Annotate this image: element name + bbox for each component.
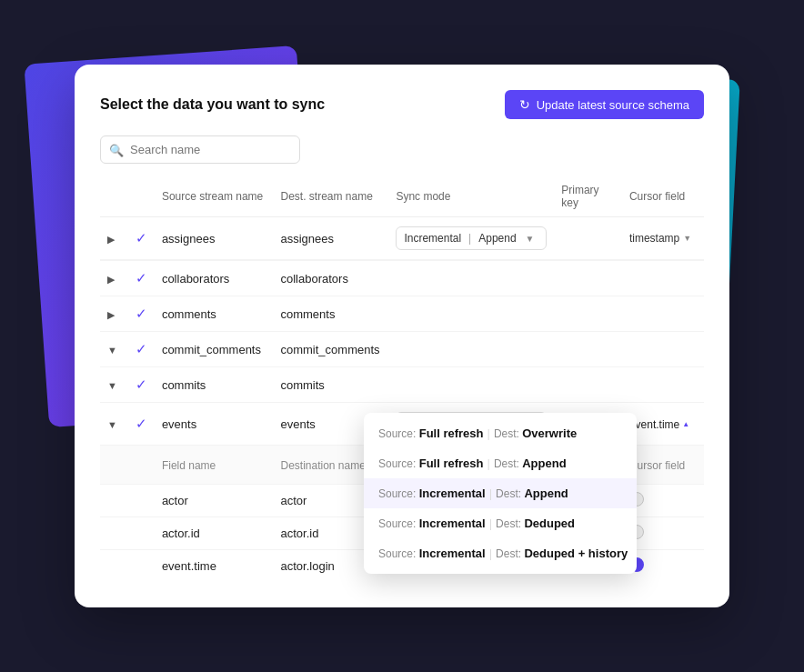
field-name-cell: event.time xyxy=(155,550,274,583)
field-col-name: Field name xyxy=(155,446,274,485)
source-name-cell: events xyxy=(155,403,274,446)
page-title: Select the data you want to sync xyxy=(100,96,325,113)
sort-up-icon: ▲ xyxy=(682,420,689,428)
row-chevron-cell[interactable]: ▶ xyxy=(100,296,128,332)
row-chevron-cell[interactable]: ▶ xyxy=(100,217,128,260)
streams-table: Source stream name Dest. stream name Syn… xyxy=(100,178,704,582)
col-check xyxy=(128,178,155,217)
header-row: Select the data you want to sync ↻ Updat… xyxy=(100,90,704,119)
cursor-field-cell xyxy=(622,261,704,296)
dropdown-item[interactable]: Source: Incremental|Dest: Append xyxy=(364,478,637,508)
row-chevron-cell[interactable]: ▼ xyxy=(100,332,128,367)
col-dest-header: Dest. stream name xyxy=(273,178,388,217)
source-name-cell: assignees xyxy=(155,217,274,260)
chevron-right-icon: ▶ xyxy=(107,309,115,320)
primary-key-cell xyxy=(554,367,622,403)
primary-key-cell xyxy=(554,296,622,332)
chevron-down-icon: ▼ xyxy=(107,380,117,391)
row-chevron-cell[interactable]: ▼ xyxy=(100,367,128,403)
check-icon: ✓ xyxy=(136,230,147,246)
table-row: ▶ ✓ assignees assignees Incremental | Ap… xyxy=(100,217,704,260)
cursor-field-cell: timestamp ▼ xyxy=(622,217,704,260)
sync-mode-dropdown[interactable]: Incremental | Append ▼ xyxy=(396,226,547,250)
main-card: Select the data you want to sync ↻ Updat… xyxy=(75,65,729,607)
cursor-field-cell xyxy=(622,296,704,332)
col-primary-header: Primary key xyxy=(554,178,622,217)
table-row: ▼ ✓ commit_comments commit_comments xyxy=(100,332,704,367)
primary-key-cell xyxy=(554,332,622,367)
dest-name-cell: commit_comments xyxy=(273,332,388,367)
row-chevron-cell[interactable]: ▶ xyxy=(100,261,128,296)
check-icon: ✓ xyxy=(136,416,147,431)
row-chevron-cell[interactable]: ▼ xyxy=(100,403,128,446)
dest-name-cell: assignees xyxy=(273,217,388,260)
row-check-cell[interactable]: ✓ xyxy=(128,261,155,296)
table-container: Source stream name Dest. stream name Syn… xyxy=(100,178,704,582)
chevron-down-icon: ▼ xyxy=(107,419,117,430)
dropdown-item[interactable]: Source: Incremental|Dest: Deduped xyxy=(364,508,637,538)
table-row: ▼ ✓ commits commits xyxy=(100,367,704,403)
dest-name-cell: comments xyxy=(273,296,388,332)
sync-mode-cell xyxy=(388,332,554,367)
row-check-cell[interactable]: ✓ xyxy=(128,296,155,332)
dest-name-cell: commits xyxy=(273,367,388,403)
col-expand xyxy=(100,178,128,217)
refresh-icon: ↻ xyxy=(519,97,530,112)
table-header-row: Source stream name Dest. stream name Syn… xyxy=(100,178,704,217)
chevron-right-icon: ▶ xyxy=(107,234,115,245)
primary-key-cell xyxy=(554,261,622,296)
dropdown-arrow-icon: ▼ xyxy=(526,234,535,244)
check-icon: ✓ xyxy=(136,376,147,392)
dest-name-cell: collaborators xyxy=(273,261,388,296)
col-source-header: Source stream name xyxy=(155,178,274,217)
search-container: 🔍 xyxy=(100,135,704,164)
cursor-field-cell xyxy=(622,332,704,367)
col-sync-header: Sync mode xyxy=(388,178,554,217)
sort-icon: ▼ xyxy=(683,234,691,243)
sync-mode-cell[interactable]: Incremental | Append ▼ xyxy=(388,217,554,260)
source-name-cell: commits xyxy=(155,367,274,403)
chevron-right-icon: ▶ xyxy=(107,274,115,285)
search-icon: 🔍 xyxy=(109,143,124,156)
source-name-cell: collaborators xyxy=(155,261,274,296)
field-name-cell: actor.id xyxy=(155,517,274,550)
dropdown-row: Source: Full refresh|Dest: Overwrite Sou… xyxy=(100,260,704,261)
sync-mode-cell xyxy=(388,367,554,403)
row-check-cell[interactable]: ✓ xyxy=(128,217,155,260)
field-name-cell: actor xyxy=(155,485,274,517)
cursor-field-cell xyxy=(622,367,704,403)
row-check-cell[interactable]: ✓ xyxy=(128,367,155,403)
check-icon: ✓ xyxy=(136,270,147,286)
row-check-cell[interactable]: ✓ xyxy=(128,403,155,446)
table-row: ▶ ✓ collaborators collaborators xyxy=(100,261,704,296)
sync-mode-dropdown-menu: Source: Full refresh|Dest: Overwrite Sou… xyxy=(364,413,637,574)
col-cursor-header: Cursor field xyxy=(622,178,704,217)
table-row: ▶ ✓ comments comments xyxy=(100,296,704,332)
row-check-cell[interactable]: ✓ xyxy=(128,332,155,367)
sync-mode-cell xyxy=(388,296,554,332)
sync-mode-cell xyxy=(388,261,554,296)
dropdown-item[interactable]: Source: Incremental|Dest: Deduped + hist… xyxy=(364,538,637,568)
dropdown-item[interactable]: Source: Full refresh|Dest: Overwrite xyxy=(364,418,637,448)
source-name-cell: comments xyxy=(155,296,274,332)
update-schema-button[interactable]: ↻ Update latest source schema xyxy=(505,90,704,119)
check-icon: ✓ xyxy=(136,341,147,356)
source-name-cell: commit_comments xyxy=(155,332,274,367)
dropdown-item[interactable]: Source: Full refresh|Dest: Append xyxy=(364,448,637,478)
search-input[interactable] xyxy=(100,135,300,164)
check-icon: ✓ xyxy=(136,306,147,321)
chevron-down-icon: ▼ xyxy=(107,345,117,356)
primary-key-cell xyxy=(554,217,622,260)
